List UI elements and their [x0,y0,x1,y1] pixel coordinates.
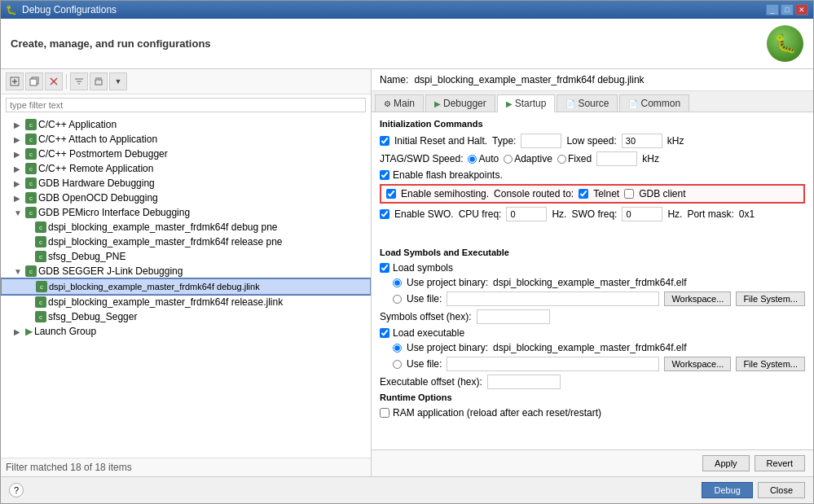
fixed-speed-input[interactable] [596,151,637,166]
maximize-button[interactable]: □ [781,4,794,15]
tree-item-sfsg-segger[interactable]: c sfsg_Debug_Segger [1,309,371,324]
tab-source[interactable]: 📄 Source [557,94,618,112]
workspace-button-1[interactable]: Workspace... [664,291,731,306]
main-tab-icon: ⚙ [384,99,391,108]
toolbar: ▼ [1,69,371,94]
header-title: Create, manage, and run configurations [11,37,211,50]
swo-freq-input[interactable] [622,207,662,221]
tree-item-sfsg-pne[interactable]: c sfsg_Debug_PNE [1,249,371,264]
tree-item-segger-debug[interactable]: c dspi_blocking_example_master_frdmk64f … [1,278,371,295]
filter-status-text: Filter matched 18 of 18 items [6,462,132,473]
symbols-offset-input[interactable] [477,309,550,324]
flash-breakpoints-checkbox[interactable] [380,170,389,180]
telnet-checkbox[interactable] [579,189,588,199]
collapse-button[interactable] [90,72,108,90]
tree-item-gdb-hardware[interactable]: ▶ c GDB Hardware Debugging [1,176,371,191]
use-file2-radio[interactable] [393,360,402,369]
help-button[interactable]: ? [9,483,24,497]
gdb-openocd-label: GDB OpenOCD Debugging [38,192,158,204]
close-button[interactable]: Close [758,482,805,498]
file-system-button-1[interactable]: File System... [736,291,805,306]
apply-button[interactable]: Apply [702,455,750,471]
title-bar-text: Debug Configurations [22,4,761,15]
tree-item-pemicro-pne[interactable]: c dspi_blocking_example_master_frdmk64f … [1,220,371,234]
tree-item-cpp-app[interactable]: ▶ c C/C++ Application [1,117,371,132]
tree-item-pemicro-release[interactable]: c dspi_blocking_example_master_frdmk64f … [1,234,371,249]
close-window-button[interactable]: ✕ [795,4,808,15]
debug-button[interactable]: Debug [702,482,752,498]
expand-icon: ▶ [14,135,24,144]
swo-row: Enable SWO. CPU freq: Hz. SWO freq: Hz. … [380,207,805,221]
tree-item-gdb-pemicro[interactable]: ▼ c GDB PEMicro Interface Debugging [1,205,371,220]
tab-debugger[interactable]: ▶ Debugger [425,94,495,112]
title-bar-icon: 🐛 [6,5,17,15]
ram-app-checkbox[interactable] [380,408,389,418]
swo-checkbox[interactable] [380,209,389,219]
header-icon: 🐛 [767,25,803,62]
revert-button[interactable]: Revert [755,455,805,471]
executable-offset-input[interactable] [487,375,561,389]
expand-icon: ▶ [14,194,24,203]
adaptive-label: Adaptive [514,153,552,164]
use-file2-label: Use file: [407,358,442,370]
auto-radio[interactable] [468,155,477,164]
load-executable-row: Load executable [380,327,805,339]
source-tab-icon: 📄 [565,99,575,108]
tree-item-launch-group[interactable]: ▶ ▶ Launch Group [1,324,371,339]
use-file-input[interactable] [447,291,659,306]
use-file-radio[interactable] [393,295,402,304]
workspace-button-2[interactable]: Workspace... [664,357,731,371]
tab-common[interactable]: 📄 Common [619,94,689,112]
duplicate-config-button[interactable] [25,72,43,90]
apply-revert-bar: Apply Revert [372,449,813,476]
delete-config-button[interactable] [45,72,63,90]
type-input[interactable] [521,134,561,148]
tree-item-cpp-attach[interactable]: ▶ c C/C++ Attach to Application [1,132,371,147]
pemicro-release-icon: c [35,236,46,248]
left-panel: ▼ ▶ c C/C++ Application [1,69,372,476]
tree-item-gdb-segger[interactable]: ▼ c GDB SEGGER J-Link Debugging [1,264,371,278]
fixed-radio[interactable] [557,155,566,164]
flash-breakpoints-label: Enable flash breakpoints. [393,169,503,181]
new-config-button[interactable] [6,72,24,90]
filter-input[interactable] [6,98,366,112]
expand-icon: ▼ [14,208,24,217]
low-speed-input[interactable] [622,134,662,148]
cpp-app-icon: c [25,119,37,130]
filter-button[interactable] [70,72,88,90]
gdb-client-checkbox[interactable] [624,189,634,199]
initial-reset-checkbox[interactable] [380,136,389,146]
file-system-button-2[interactable]: File System... [736,357,805,371]
minimize-button[interactable]: _ [766,4,779,15]
use-project-binary2-radio[interactable] [393,344,402,353]
cpu-freq-input[interactable] [506,207,547,221]
startup-panel: Initialization Commands Initial Reset an… [372,112,813,449]
use-project-binary-label: Use project binary: [407,277,488,288]
config-tree: ▶ c C/C++ Application ▶ c C/C++ Attach t… [1,116,371,458]
adaptive-radio[interactable] [504,155,513,164]
ram-app-row: RAM application (reload after each reset… [380,407,805,419]
symbols-offset-label: Symbols offset (hex): [380,311,472,322]
startup-tab-icon: ▶ [506,99,513,108]
load-symbols-checkbox[interactable] [380,263,389,273]
tab-main[interactable]: ⚙ Main [375,94,424,112]
use-project-binary-radio[interactable] [393,278,402,287]
dropdown-button[interactable]: ▼ [109,72,127,90]
fixed-radio-label: Fixed [557,153,592,164]
name-value: dspi_blocking_example_master_frdmk64f de… [414,74,644,85]
debugger-tab-label: Debugger [443,98,486,109]
launch-group-label: Launch Group [34,326,96,337]
tab-startup[interactable]: ▶ Startup [497,94,556,112]
use-file2-input[interactable] [447,357,659,371]
tree-item-segger-release[interactable]: c dspi_blocking_example_master_frdmk64f … [1,295,371,309]
tree-item-cpp-postmortem[interactable]: ▶ c C/C++ Postmortem Debugger [1,147,371,161]
semihosting-checkbox[interactable] [386,189,396,199]
hz-label: Hz. [552,208,566,220]
cpp-attach-label: C/C++ Attach to Application [38,134,157,145]
load-executable-checkbox[interactable] [380,328,389,338]
right-panel: Name: dspi_blocking_example_master_frdmk… [372,69,813,476]
initial-reset-label: Initial Reset and Halt. [394,135,487,147]
tree-item-cpp-remote[interactable]: ▶ c C/C++ Remote Application [1,161,371,176]
tree-item-gdb-openocd[interactable]: ▶ c GDB OpenOCD Debugging [1,191,371,205]
port-mask-label: Port mask: [687,208,733,220]
